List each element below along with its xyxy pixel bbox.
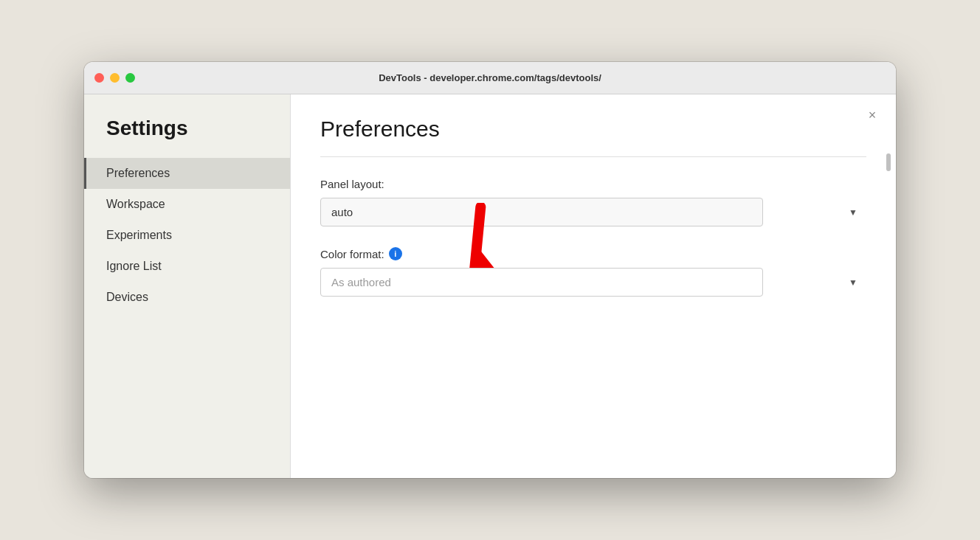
sidebar-item-ignore-list[interactable]: Ignore List bbox=[84, 251, 290, 282]
sidebar-item-preferences[interactable]: Preferences bbox=[84, 158, 290, 189]
close-window-button[interactable] bbox=[94, 73, 104, 83]
color-format-label: Color format: i bbox=[320, 247, 866, 260]
scrollbar-track[interactable] bbox=[886, 153, 891, 384]
sidebar-item-experiments[interactable]: Experiments bbox=[84, 220, 290, 251]
color-format-arrow-icon: ▼ bbox=[849, 277, 858, 288]
panel-layout-label: Panel layout: bbox=[320, 178, 866, 190]
sidebar-navigation: Preferences Workspace Experiments Ignore… bbox=[84, 158, 290, 313]
panel-layout-wrapper: auto horizontal vertical ▼ bbox=[320, 198, 866, 226]
sidebar-item-workspace[interactable]: Workspace bbox=[84, 189, 290, 220]
minimize-window-button[interactable] bbox=[110, 73, 120, 83]
color-format-wrapper: As authored HEX RGB HSL ▼ bbox=[320, 268, 866, 297]
color-format-info-icon[interactable]: i bbox=[389, 247, 402, 260]
color-format-select[interactable]: As authored HEX RGB HSL bbox=[320, 268, 763, 297]
scrollbar-thumb bbox=[886, 153, 891, 171]
titlebar: DevTools - developer.chrome.com/tags/dev… bbox=[84, 62, 896, 94]
browser-window: DevTools - developer.chrome.com/tags/dev… bbox=[84, 62, 896, 478]
main-panel: × Preferences Panel layout: auto horizon… bbox=[291, 94, 896, 478]
sidebar-item-devices[interactable]: Devices bbox=[84, 282, 290, 313]
close-settings-button[interactable]: × bbox=[863, 106, 881, 124]
window-title: DevTools - developer.chrome.com/tags/dev… bbox=[379, 72, 601, 83]
page-title: Preferences bbox=[320, 117, 866, 142]
panel-layout-arrow-icon: ▼ bbox=[849, 207, 858, 218]
window-content: Settings Preferences Workspace Experimen… bbox=[84, 94, 896, 478]
color-format-section: Color format: i As authored HEX RGB HSL … bbox=[320, 247, 866, 297]
divider bbox=[320, 156, 866, 157]
window-controls bbox=[94, 73, 135, 83]
maximize-window-button[interactable] bbox=[125, 73, 135, 83]
settings-sidebar: Settings Preferences Workspace Experimen… bbox=[84, 94, 291, 478]
panel-layout-select[interactable]: auto horizontal vertical bbox=[320, 198, 763, 226]
settings-heading: Settings bbox=[84, 117, 290, 158]
